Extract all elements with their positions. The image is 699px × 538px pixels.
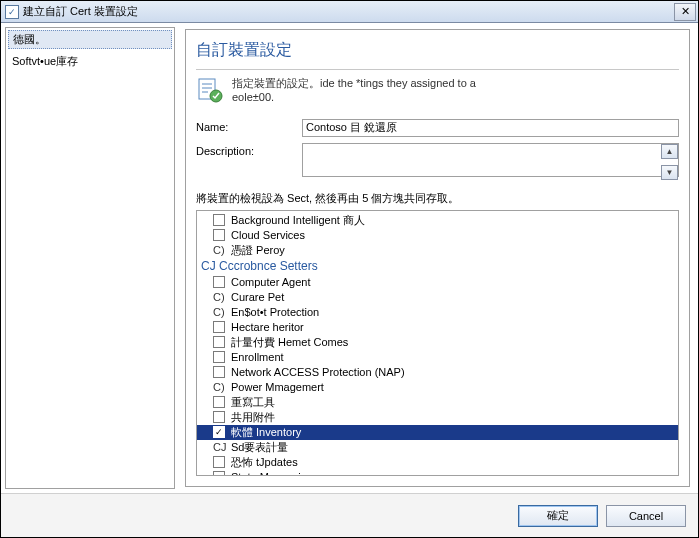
item-label: En$ot•t Protection: [231, 305, 319, 320]
item-label: 重寫工具: [231, 395, 275, 410]
sidebar-item-1[interactable]: Softvt•ue庫存: [6, 51, 174, 72]
item-label: Curare Pet: [231, 290, 284, 305]
item-label: Background Intelligent 商人: [231, 213, 365, 228]
item-prefix: C): [213, 380, 227, 395]
description-line-1: 指定裝置的設定。ide the *tings they assigned to …: [232, 76, 476, 90]
ok-button[interactable]: 確定: [518, 505, 598, 527]
item-label: Hectare heritor: [231, 320, 304, 335]
window-title: 建立自訂 Cert 裝置設定: [23, 4, 138, 19]
item-label: 恐怖 tJpdates: [231, 455, 298, 470]
list-item[interactable]: State Messaging: [197, 470, 678, 476]
description-input[interactable]: [302, 143, 679, 177]
cancel-button[interactable]: Cancel: [606, 505, 686, 527]
checkbox-icon[interactable]: [213, 366, 225, 378]
item-label: Cloud Services: [231, 228, 305, 243]
close-button[interactable]: ✕: [674, 3, 696, 21]
page-heading: 自訂裝置設定: [196, 40, 679, 61]
item-prefix: CJ: [213, 440, 227, 455]
list-item[interactable]: 重寫工具: [197, 395, 678, 410]
list-item[interactable]: C)憑證 Peroy: [197, 243, 678, 258]
item-label: 共用附件: [231, 410, 275, 425]
description-label: Description:: [196, 143, 302, 157]
checkbox-icon[interactable]: [213, 276, 225, 288]
titlebar: ✓ 建立自訂 Cert 裝置設定 ✕: [1, 1, 698, 23]
name-label: Name:: [196, 119, 302, 133]
item-label: 憑證 Peroy: [231, 243, 285, 258]
section-label: 將裝置的檢視設為 Sect, 然後再由 5 個方塊共同存取。: [196, 191, 679, 206]
checkbox-icon[interactable]: [213, 411, 225, 423]
description-line-2: eole±00.: [232, 90, 476, 104]
list-item[interactable]: 共用附件: [197, 410, 678, 425]
checkbox-icon[interactable]: [213, 351, 225, 363]
list-item[interactable]: C)En$ot•t Protection: [197, 305, 678, 320]
list-item[interactable]: Cloud Services: [197, 228, 678, 243]
list-item[interactable]: Network ACCESS Protection (NAP): [197, 365, 678, 380]
list-item[interactable]: CJSd要表計量: [197, 440, 678, 455]
item-prefix: C): [213, 243, 227, 258]
list-item[interactable]: 計量付費 Hemet Comes: [197, 335, 678, 350]
list-item[interactable]: Computer Agent: [197, 275, 678, 290]
checkbox-icon[interactable]: [213, 456, 225, 468]
sidebar: 德國。Softvt•ue庫存: [1, 23, 179, 493]
item-label: 計量付費 Hemet Comes: [231, 335, 348, 350]
dialog-window: ✓ 建立自訂 Cert 裝置設定 ✕ 德國。Softvt•ue庫存 自訂裝置設定: [0, 0, 699, 538]
item-label: 軟體 Inventory: [231, 425, 301, 440]
checkbox-icon[interactable]: [213, 321, 225, 333]
list-item[interactable]: C)Curare Pet: [197, 290, 678, 305]
item-label: State Messaging: [231, 470, 313, 476]
item-label: Enrollment: [231, 350, 284, 365]
checkbox-icon[interactable]: [213, 214, 225, 226]
name-input[interactable]: [302, 119, 679, 137]
item-prefix: C): [213, 305, 227, 320]
list-item[interactable]: Hectare heritor: [197, 320, 678, 335]
list-item[interactable]: ✓軟體 Inventory: [197, 425, 678, 440]
scroll-down-button[interactable]: ▼: [661, 165, 678, 180]
checkbox-icon[interactable]: ✓: [213, 426, 225, 438]
scroll-up-button[interactable]: ▲: [661, 144, 678, 159]
sidebar-item-0[interactable]: 德國。: [8, 30, 172, 49]
dialog-footer: 確定 Cancel: [1, 493, 698, 537]
list-item[interactable]: 恐怖 tJpdates: [197, 455, 678, 470]
checkbox-icon[interactable]: [213, 471, 225, 476]
description-icon: [196, 76, 224, 104]
list-item[interactable]: Enrollment: [197, 350, 678, 365]
list-item[interactable]: C)Power Mmagemert: [197, 380, 678, 395]
description-block: 指定裝置的設定。ide the *tings they assigned to …: [196, 69, 679, 105]
checkbox-icon[interactable]: [213, 336, 225, 348]
list-item[interactable]: Background Intelligent 商人: [197, 213, 678, 228]
item-label: Network ACCESS Protection (NAP): [231, 365, 405, 380]
settings-list[interactable]: Background Intelligent 商人Cloud ServicesC…: [196, 210, 679, 476]
list-header: CJ Cccrobnce Setters: [197, 258, 678, 275]
item-prefix: C): [213, 290, 227, 305]
item-label: Sd要表計量: [231, 440, 288, 455]
item-label: Computer Agent: [231, 275, 311, 290]
checkbox-icon[interactable]: [213, 396, 225, 408]
checkbox-icon[interactable]: [213, 229, 225, 241]
app-icon: ✓: [5, 5, 19, 19]
item-label: Power Mmagemert: [231, 380, 324, 395]
